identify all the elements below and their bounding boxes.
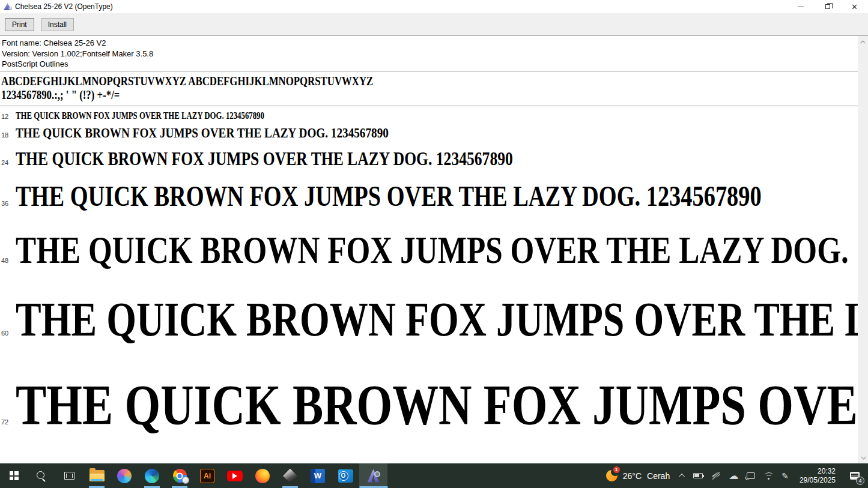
- toolbar: Print Install: [0, 13, 868, 36]
- sample-row-48: 48 THE QUICK BROWN FOX JUMPS OVER THE LA…: [0, 228, 858, 283]
- taskbar-item-font-viewer-active[interactable]: [359, 463, 387, 488]
- sample-text: THE QUICK BROWN FOX JUMPS OVER THE LAZY …: [16, 228, 858, 273]
- taskbar-item-illustrator[interactable]: Ai: [193, 463, 221, 488]
- sample-row-72: 72 THE QUICK BROWN FOX JUMPS OVER THE LA…: [0, 372, 858, 455]
- clock-date: 29/05/2025: [800, 476, 836, 485]
- chrome-icon: [173, 469, 187, 483]
- size-label: 36: [0, 187, 16, 220]
- taskbar-item-outlook[interactable]: [332, 463, 359, 488]
- sample-row-24: 24 THE QUICK BROWN FOX JUMPS OVER THE LA…: [0, 147, 858, 174]
- install-button[interactable]: Install: [41, 18, 74, 31]
- size-label: 60: [0, 306, 16, 361]
- hidden-icons-chevron-icon[interactable]: [679, 474, 685, 480]
- sample-text: THE QUICK BROWN FOX JUMPS OVER THE LAZY …: [16, 292, 858, 347]
- magnifier-lens: [8, 7, 12, 10]
- taskbar-clock[interactable]: 20:32 29/05/2025: [794, 467, 842, 485]
- size-label: 24: [0, 151, 16, 174]
- sample-text: THE QUICK BROWN FOX JUMPS OVER THE LAZY …: [16, 124, 858, 142]
- wifi-icon[interactable]: [763, 472, 773, 480]
- sample-row-18: 18 THE QUICK BROWN FOX JUMPS OVER THE LA…: [0, 124, 858, 144]
- font-info-block: Font name: Chelsea 25-26 V2 Version: Ver…: [0, 36, 858, 71]
- system-tray: ☁ ✎: [676, 471, 794, 481]
- battery-icon[interactable]: [693, 473, 703, 478]
- sample-row-12: 12 THE QUICK BROWN FOX JUMPS OVER THE LA…: [0, 110, 858, 122]
- onedrive-cloud-icon[interactable]: ☁: [729, 471, 738, 481]
- scroll-up-button[interactable]: [858, 37, 868, 47]
- file-explorer-icon: [90, 470, 105, 481]
- window-controls: ✕: [787, 0, 868, 13]
- chevron-down-icon: [861, 454, 866, 459]
- sample-text: THE QUICK BROWN FOX JUMPS OVER THE LAZY …: [16, 372, 858, 438]
- restore-icon: [825, 4, 830, 9]
- font-preview-content: Font name: Chelsea 25-26 V2 Version: Ver…: [0, 36, 868, 463]
- sample-row-60: 60 THE QUICK BROWN FOX JUMPS OVER THE LA…: [0, 292, 858, 361]
- restore-button[interactable]: [814, 0, 841, 13]
- weather-temperature: 26°C: [623, 471, 642, 481]
- size-label: 12: [0, 110, 16, 122]
- chrome-overlay-badge: [182, 477, 189, 484]
- taskbar-item-chrome[interactable]: [166, 463, 193, 488]
- taskbar-item-youtube[interactable]: [221, 463, 249, 488]
- sample-row-36: 36 THE QUICK BROWN FOX JUMPS OVER THE LA…: [0, 179, 858, 220]
- font-viewer-window: Chelsea 25-26 V2 (OpenType) ✕ Print Inst…: [0, 0, 868, 463]
- window-title: Chelsea 25-26 V2 (OpenType): [15, 2, 787, 11]
- minimize-icon: [798, 7, 804, 7]
- windows-logo-icon: [10, 471, 19, 480]
- titlebar: Chelsea 25-26 V2 (OpenType) ✕: [0, 0, 868, 13]
- charset-block: ABCDEFGHIJKLMNOPQRSTUVWXYZ ABCDEFGHIJKLM…: [0, 71, 858, 106]
- taskbar-item-task-view[interactable]: [55, 463, 83, 488]
- sample-text: THE QUICK BROWN FOX JUMPS OVER THE LAZY …: [16, 179, 858, 213]
- clear-night-weather-icon: 1: [606, 470, 618, 481]
- size-label: 48: [0, 238, 16, 283]
- preview-scroll-area: Font name: Chelsea 25-26 V2 Version: Ver…: [0, 36, 858, 463]
- taskbar-item-file-explorer[interactable]: [83, 463, 111, 488]
- close-icon: ✕: [851, 3, 858, 11]
- weather-condition: Cerah: [647, 471, 670, 481]
- font-outlines-line: PostScript Outlines: [2, 59, 858, 70]
- size-label: 18: [0, 127, 16, 144]
- word-icon: W: [311, 469, 325, 483]
- font-viewer-app-icon: [4, 3, 11, 10]
- vertical-scrollbar[interactable]: [858, 36, 868, 463]
- notification-count-badge: 4: [856, 477, 864, 485]
- windows-ink-icon[interactable]: ✎: [782, 471, 789, 481]
- weather-alert-badge: 1: [613, 466, 620, 473]
- font-version-line: Version: Version 1.002;Fontself Maker 3.…: [2, 49, 858, 59]
- task-view-icon: [64, 472, 74, 480]
- youtube-icon: [227, 471, 243, 481]
- taskbar-item-copilot[interactable]: [111, 463, 138, 488]
- sample-text: THE QUICK BROWN FOX JUMPS OVER THE LAZY …: [16, 110, 858, 122]
- chevron-up-icon: [860, 40, 865, 45]
- outlook-icon: [338, 469, 353, 483]
- edge-icon: [145, 469, 159, 483]
- size-label: 72: [0, 389, 16, 455]
- close-button[interactable]: ✕: [841, 0, 868, 13]
- minimize-button[interactable]: [787, 0, 814, 13]
- taskbar: Ai W 1: [0, 463, 868, 488]
- taskbar-item-search[interactable]: [28, 463, 55, 488]
- divider-samples: [0, 106, 858, 106]
- taskbar-item-word[interactable]: W: [304, 463, 332, 488]
- pen-disabled-icon[interactable]: [711, 471, 720, 480]
- taskbar-item-edge[interactable]: [138, 463, 166, 488]
- scroll-down-button[interactable]: [858, 452, 868, 462]
- taskbar-item-firefox[interactable]: [249, 463, 276, 488]
- clock-time: 20:32: [800, 467, 836, 476]
- search-icon: [36, 471, 47, 481]
- font-name-line: Font name: Chelsea 25-26 V2: [2, 38, 858, 49]
- print-button[interactable]: Print: [5, 18, 34, 31]
- taskbar-apps: Ai W: [0, 463, 387, 488]
- illustrator-icon: Ai: [200, 469, 214, 483]
- sample-text: THE QUICK BROWN FOX JUMPS OVER THE LAZY …: [16, 147, 858, 170]
- copilot-icon: [117, 469, 132, 483]
- charset-letters: ABCDEFGHIJKLMNOPQRSTUVWXYZ ABCDEFGHIJKLM…: [1, 74, 858, 88]
- inkscape-icon: [283, 469, 297, 483]
- connect-device-icon[interactable]: [747, 472, 755, 479]
- charset-symbols: 1234567890.:,; ' " (!?) +-*/=: [1, 88, 858, 102]
- firefox-icon: [255, 469, 270, 483]
- font-viewer-icon: [366, 469, 381, 483]
- taskbar-item-inkscape[interactable]: [276, 463, 304, 488]
- action-center-button[interactable]: 4: [842, 463, 868, 488]
- weather-widget[interactable]: 1 26°C Cerah: [600, 463, 676, 488]
- start-button[interactable]: [0, 463, 28, 488]
